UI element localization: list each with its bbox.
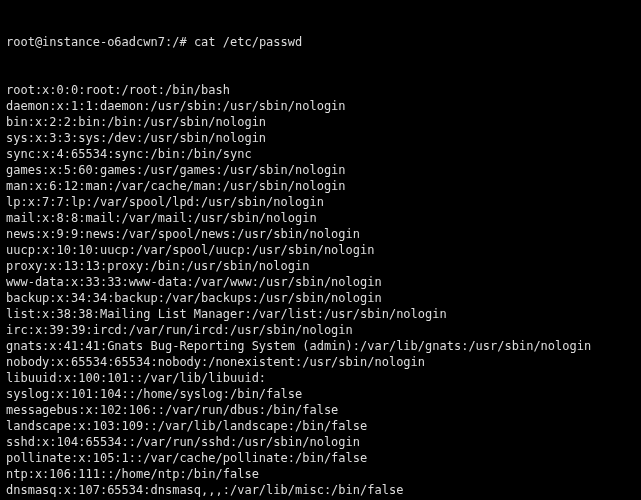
output-line: gnats:x:41:41:Gnats Bug-Reporting System…	[6, 338, 635, 354]
command-text: cat /etc/passwd	[194, 35, 302, 49]
output-line: ntp:x:106:111::/home/ntp:/bin/false	[6, 466, 635, 482]
output-line: backup:x:34:34:backup:/var/backups:/usr/…	[6, 290, 635, 306]
output-line: irc:x:39:39:ircd:/var/run/ircd:/usr/sbin…	[6, 322, 635, 338]
output-line: uucp:x:10:10:uucp:/var/spool/uucp:/usr/s…	[6, 242, 635, 258]
command-line: root@instance-o6adcwn7:/# cat /etc/passw…	[6, 34, 635, 50]
output-line: news:x:9:9:news:/var/spool/news:/usr/sbi…	[6, 226, 635, 242]
output-line: libuuid:x:100:101::/var/lib/libuuid:	[6, 370, 635, 386]
output-line: messagebus:x:102:106::/var/run/dbus:/bin…	[6, 402, 635, 418]
output-line: sync:x:4:65534:sync:/bin:/bin/sync	[6, 146, 635, 162]
terminal[interactable]: root@instance-o6adcwn7:/# cat /etc/passw…	[0, 0, 641, 500]
output-line: proxy:x:13:13:proxy:/bin:/usr/sbin/nolog…	[6, 258, 635, 274]
output-line: sys:x:3:3:sys:/dev:/usr/sbin/nologin	[6, 130, 635, 146]
output-line: www-data:x:33:33:www-data:/var/www:/usr/…	[6, 274, 635, 290]
output-line: pollinate:x:105:1::/var/cache/pollinate:…	[6, 450, 635, 466]
output-line: syslog:x:101:104::/home/syslog:/bin/fals…	[6, 386, 635, 402]
output-line: sshd:x:104:65534::/var/run/sshd:/usr/sbi…	[6, 434, 635, 450]
output-line: games:x:5:60:games:/usr/games:/usr/sbin/…	[6, 162, 635, 178]
output-line: mail:x:8:8:mail:/var/mail:/usr/sbin/nolo…	[6, 210, 635, 226]
output-line: list:x:38:38:Mailing List Manager:/var/l…	[6, 306, 635, 322]
output-line: dnsmasq:x:107:65534:dnsmasq,,,:/var/lib/…	[6, 482, 635, 498]
prompt: root@instance-o6adcwn7	[6, 35, 165, 49]
output-line: root:x:0:0:root:/root:/bin/bash	[6, 82, 635, 98]
output-line: daemon:x:1:1:daemon:/usr/sbin:/usr/sbin/…	[6, 98, 635, 114]
output-block: root:x:0:0:root:/root:/bin/bashdaemon:x:…	[6, 82, 635, 500]
output-line: bin:x:2:2:bin:/bin:/usr/sbin/nologin	[6, 114, 635, 130]
output-line: nobody:x:65534:65534:nobody:/nonexistent…	[6, 354, 635, 370]
output-line: man:x:6:12:man:/var/cache/man:/usr/sbin/…	[6, 178, 635, 194]
output-line: landscape:x:103:109::/var/lib/landscape:…	[6, 418, 635, 434]
output-line: lp:x:7:7:lp:/var/spool/lpd:/usr/sbin/nol…	[6, 194, 635, 210]
